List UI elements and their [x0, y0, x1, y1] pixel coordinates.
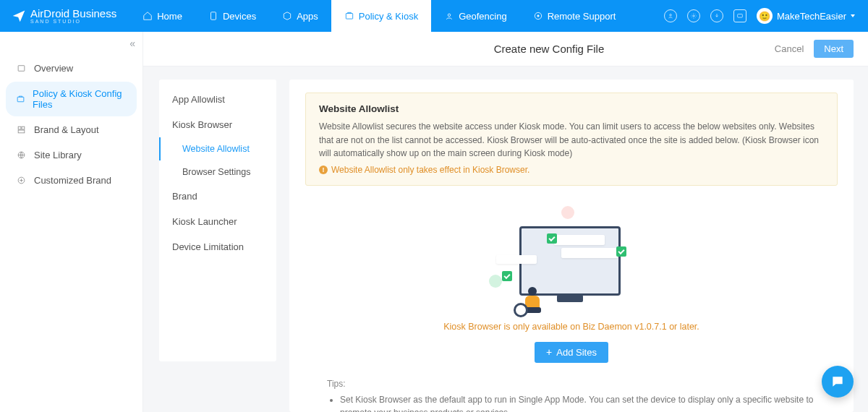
notice-body: Website Allowlist secures the website ac… [319, 120, 824, 160]
remote-icon [533, 11, 543, 21]
svg-rect-10 [18, 126, 21, 129]
brand-sub: SAND STUDIO [30, 19, 116, 24]
list-bar-icon [554, 235, 605, 245]
svg-rect-8 [18, 66, 25, 72]
svg-rect-12 [18, 130, 25, 133]
panel: Website Allowlist Website Allowlist secu… [289, 80, 854, 412]
main: Create new Config File Cancel Next App A… [143, 32, 868, 412]
avatar: 🙂 [757, 8, 773, 24]
notice-warning: ! Website Allowlist only takes effect in… [319, 165, 824, 175]
header-right: 🙂 MakeTechEasier [664, 8, 868, 24]
sidebar-item-site-library[interactable]: Site Library [6, 143, 137, 167]
list-bar-icon [496, 255, 537, 264]
checkmark-icon [547, 233, 557, 244]
download-icon[interactable] [710, 9, 723, 22]
brand-layout-icon [16, 124, 27, 135]
member-icon[interactable] [664, 9, 677, 22]
notice-box: Website Allowlist Website Allowlist secu… [305, 93, 838, 186]
sidebar: « Overview Policy & Kiosk Config Files B… [0, 32, 143, 412]
checkmark-icon [502, 271, 512, 281]
list-bar-icon [561, 248, 618, 258]
collapse-sidebar-button[interactable]: « [129, 38, 135, 49]
home-icon [142, 11, 153, 21]
subnav-browser-settings[interactable]: Browser Settings [159, 160, 276, 184]
subnav-device-limitation[interactable]: Device Limitation [159, 234, 276, 259]
add-sites-button[interactable]: + Add Sites [535, 342, 608, 363]
chat-icon [830, 374, 845, 389]
plus-icon: + [546, 347, 552, 357]
devices-icon [208, 11, 218, 21]
policy-files-icon [16, 94, 25, 105]
messages-icon[interactable] [733, 9, 746, 22]
page-title: Create new Config File [494, 43, 605, 55]
notice-title: Website Allowlist [319, 103, 824, 114]
subnav-kiosk-launcher[interactable]: Kiosk Launcher [159, 209, 276, 234]
overview-icon [16, 63, 27, 74]
availability-note: Kiosk Browser is only available on Biz D… [305, 322, 838, 332]
nav-policy-kiosk[interactable]: Policy & Kiosk [331, 0, 431, 32]
nav-home[interactable]: Home [129, 0, 195, 32]
nav-devices[interactable]: Devices [195, 0, 269, 32]
svg-rect-0 [210, 12, 216, 20]
top-nav: Home Devices Apps Policy & Kiosk Geofenc… [129, 0, 629, 32]
avatar-green-icon [489, 275, 502, 288]
chat-fab[interactable] [822, 366, 854, 398]
checkmark-icon [616, 246, 626, 257]
subnav-website-allowlist[interactable]: Website Allowlist [159, 137, 276, 160]
brand-name: AirDroid Business [30, 8, 116, 19]
apps-icon [282, 11, 292, 21]
top-header: AirDroid Business SAND STUDIO Home Devic… [0, 0, 868, 32]
user-name: MakeTechEasier [777, 11, 846, 22]
svg-rect-9 [17, 97, 24, 102]
wheel-icon [514, 303, 528, 317]
page-bar: Create new Config File Cancel Next [143, 32, 868, 66]
svg-point-2 [448, 14, 451, 17]
subnav-kiosk-browser[interactable]: Kiosk Browser [159, 112, 276, 137]
sidebar-item-policy-files[interactable]: Policy & Kiosk Config Files [6, 82, 137, 116]
tip-item: Set Kiosk Browser as the default app to … [340, 393, 816, 412]
subnav-app-allowlist[interactable]: App Allowlist [159, 87, 276, 112]
tips-label: Tips: [327, 379, 816, 389]
empty-state-illustration [492, 206, 651, 314]
settings-icon[interactable] [687, 9, 700, 22]
paper-plane-icon [12, 9, 26, 23]
geofencing-icon [444, 11, 454, 21]
cancel-button[interactable]: Cancel [775, 43, 804, 54]
warning-icon: ! [319, 166, 328, 174]
avatar-red-icon [561, 206, 574, 219]
chevron-down-icon [851, 14, 855, 17]
nav-remote-support[interactable]: Remote Support [520, 0, 629, 32]
site-library-icon [16, 150, 27, 160]
svg-rect-11 [22, 126, 25, 129]
config-subnav: App Allowlist Kiosk Browser Website Allo… [159, 80, 276, 361]
tips-section: Tips: Set Kiosk Browser as the default a… [305, 379, 838, 412]
next-button[interactable]: Next [814, 40, 854, 58]
subnav-brand[interactable]: Brand [159, 184, 276, 209]
svg-point-6 [693, 15, 695, 17]
svg-rect-1 [346, 14, 352, 20]
brand-logo[interactable]: AirDroid Business SAND STUDIO [0, 0, 129, 32]
sidebar-item-brand-layout[interactable]: Brand & Layout [6, 118, 137, 142]
svg-rect-7 [738, 14, 743, 18]
nav-apps[interactable]: Apps [269, 0, 331, 32]
policy-icon [344, 11, 354, 21]
customized-brand-icon [16, 175, 27, 186]
user-menu[interactable]: 🙂 MakeTechEasier [757, 8, 855, 24]
svg-point-5 [670, 14, 672, 17]
sidebar-item-overview[interactable]: Overview [6, 56, 137, 80]
svg-point-4 [537, 15, 539, 17]
nav-geofencing[interactable]: Geofencing [431, 0, 520, 32]
sidebar-item-customized-brand[interactable]: Customized Brand [6, 168, 137, 192]
